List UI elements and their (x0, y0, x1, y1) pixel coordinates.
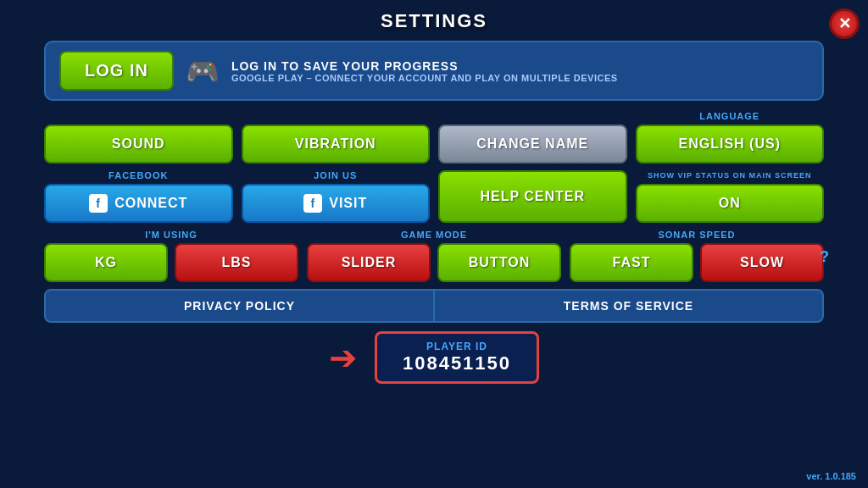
row3: I'M USING KG LBS GAME MODE SLIDER BUTTON… (44, 230, 824, 282)
col-sound: SOUND (44, 125, 233, 164)
player-id-label: PLAYER ID (403, 341, 511, 352)
button-button[interactable]: BUTTON (437, 243, 561, 282)
version-text: ver. 1.0.185 (806, 471, 856, 481)
col-sonar-speed: SONAR SPEED FAST SLOW (570, 230, 824, 282)
help-center-button[interactable]: HELP CENTER (438, 170, 627, 223)
col-change-name: CHANGE NAME (438, 125, 627, 164)
vibration-button[interactable]: VIBRATION (242, 125, 431, 164)
login-main-text: LOG IN TO SAVE YOUR PROGRESS (231, 59, 618, 73)
fast-button[interactable]: FAST (570, 243, 693, 282)
row2: FACEBOOK f CONNECT JOIN US f VISIT HELP … (44, 170, 824, 223)
player-id-value: 108451150 (403, 352, 511, 374)
im-using-label: I'M USING (145, 230, 198, 240)
slow-button[interactable]: SLOW (700, 243, 824, 282)
player-id-area: ➔ PLAYER ID 108451150 (44, 331, 824, 384)
english-button[interactable]: ENGLISH (US) (636, 125, 825, 164)
login-button[interactable]: LOG IN (59, 51, 174, 91)
bottom-bar: PRIVACY POLICY TERMS OF SERVICE (44, 289, 824, 323)
lbs-button[interactable]: LBS (175, 243, 298, 282)
facebook-icon: f (89, 194, 108, 213)
vip-label: SHOW VIP STATUS ON MAIN SCREEN (648, 171, 812, 180)
col-language: LANGUAGE ENGLISH (US) (636, 111, 825, 164)
player-id-box: PLAYER ID 108451150 (375, 331, 539, 384)
login-sub-text: GOOGLE PLAY – CONNECT YOUR ACCOUNT AND P… (231, 73, 618, 83)
col-vibration: VIBRATION (242, 125, 431, 164)
col-game-mode: GAME MODE SLIDER BUTTON (307, 230, 561, 282)
settings-title: SETTINGS (44, 10, 824, 32)
join-us-label: JOIN US (314, 170, 357, 180)
terms-of-service-button[interactable]: TERMS OF SERVICE (435, 291, 822, 321)
controller-icon: 🎮 (186, 55, 220, 87)
privacy-policy-button[interactable]: PRIVACY POLICY (46, 291, 435, 321)
language-label: LANGUAGE (699, 111, 760, 121)
login-text: LOG IN TO SAVE YOUR PROGRESS GOOGLE PLAY… (231, 59, 618, 83)
settings-panel: SETTINGS LOG IN 🎮 LOG IN TO SAVE YOUR PR… (44, 0, 824, 384)
close-button[interactable]: ✕ (829, 8, 860, 39)
connect-button[interactable]: f CONNECT (44, 184, 233, 223)
slider-button[interactable]: SLIDER (307, 243, 431, 282)
sonar-help-icon[interactable]: ? (820, 248, 829, 266)
fast-slow-group: FAST SLOW (570, 243, 824, 282)
sonar-speed-label: SONAR SPEED (658, 230, 735, 240)
row1: SOUND VIBRATION CHANGE NAME LANGUAGE ENG… (44, 111, 824, 164)
col-vip: SHOW VIP STATUS ON MAIN SCREEN ON (636, 171, 825, 223)
kg-lbs-group: KG LBS (44, 243, 298, 282)
col-join-us: JOIN US f VISIT (242, 170, 431, 223)
sound-button[interactable]: SOUND (44, 125, 233, 164)
arrow-right-icon: ➔ (329, 338, 358, 377)
col-im-using: I'M USING KG LBS (44, 230, 298, 282)
facebook-label: FACEBOOK (108, 170, 168, 180)
visit-button[interactable]: f VISIT (242, 184, 431, 223)
game-mode-label: GAME MODE (401, 230, 467, 240)
facebook-visit-icon: f (303, 194, 322, 213)
vip-on-button[interactable]: ON (636, 184, 825, 223)
change-name-button[interactable]: CHANGE NAME (438, 125, 627, 164)
row3-container: I'M USING KG LBS GAME MODE SLIDER BUTTON… (44, 230, 824, 282)
col-facebook: FACEBOOK f CONNECT (44, 170, 233, 223)
kg-button[interactable]: KG (44, 243, 168, 282)
login-banner: LOG IN 🎮 LOG IN TO SAVE YOUR PROGRESS GO… (44, 41, 824, 101)
col-help-center: HELP CENTER (438, 170, 627, 223)
slider-button-group: SLIDER BUTTON (307, 243, 561, 282)
